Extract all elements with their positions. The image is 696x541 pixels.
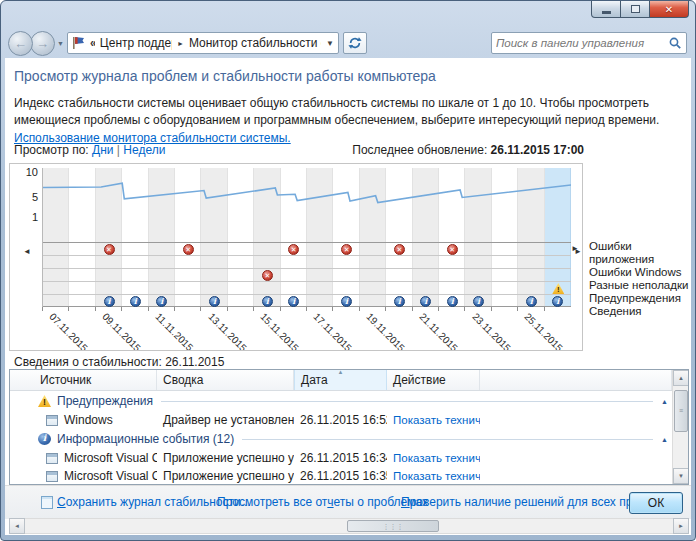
window: ✕ ← → ▼ « Центр поддержки ► Монитор стаб… bbox=[0, 0, 696, 541]
collapse-chevron-icon[interactable]: ▲ bbox=[661, 436, 668, 443]
cell-source: Microsoft Visual C++ 2012 x86 Ad... bbox=[64, 469, 157, 483]
refresh-button[interactable] bbox=[343, 32, 367, 54]
application-icon bbox=[46, 453, 58, 464]
error-event-icon[interactable]: ✕ bbox=[183, 244, 194, 255]
group-label: Предупреждения bbox=[57, 394, 153, 408]
table-vertical-scrollbar[interactable]: ▲ ≡ ▼ bbox=[672, 370, 688, 484]
forward-button[interactable]: → bbox=[30, 31, 55, 56]
info-event-icon[interactable]: i bbox=[394, 296, 405, 307]
cell-date: 26.11.2015 16:35 bbox=[294, 469, 387, 483]
show-technical-details-link[interactable]: Показать технич... bbox=[393, 470, 480, 482]
scrollbar-right-icon[interactable]: ► bbox=[673, 518, 689, 534]
error-event-icon[interactable]: ✕ bbox=[262, 270, 273, 281]
chart-plot[interactable]: ✕✕✕✕✕✕✕!iiiiiiiiiiiii bbox=[42, 168, 570, 307]
x-axis-date-label: 13.11.2015 bbox=[206, 311, 249, 351]
column-header-summary[interactable]: Сводка bbox=[157, 370, 294, 390]
collapse-chevron-icon[interactable]: ▲ bbox=[661, 398, 668, 405]
show-technical-details-link[interactable]: Показать технич... bbox=[393, 414, 480, 426]
group-header-row[interactable]: iИнформационные события (12)▲ bbox=[10, 429, 672, 449]
close-button[interactable]: ✕ bbox=[649, 1, 689, 18]
breadcrumb-separator-icon: ► bbox=[177, 40, 184, 47]
description: Индекс стабильности системы оценивает об… bbox=[14, 95, 677, 147]
table-header: Источник Сводка ▲Дата Действие bbox=[10, 370, 688, 391]
y-axis-label-10: 10 bbox=[12, 166, 38, 178]
breadcrumb-current[interactable]: Монитор стабильности системы bbox=[189, 36, 321, 50]
y-axis-label-1: 1 bbox=[12, 211, 38, 223]
address-dropdown-icon[interactable]: ▼ bbox=[326, 39, 334, 48]
stability-details-table: Источник Сводка ▲Дата Действие !Предупре… bbox=[9, 369, 689, 485]
legend-item: Разные неполадки bbox=[589, 279, 691, 292]
view-reports-link[interactable]: Просмотреть все отчеты о проблемах bbox=[217, 495, 428, 509]
show-technical-details-link[interactable]: Показать технич... bbox=[393, 452, 480, 464]
scrollbar-thumb[interactable]: ≡ bbox=[674, 390, 688, 432]
action-center-flag-icon bbox=[72, 36, 85, 50]
legend-item: Сведения bbox=[589, 305, 691, 318]
x-axis-date-label: 21.11.2015 bbox=[417, 311, 460, 351]
scrollbar-up-icon[interactable]: ▲ bbox=[673, 370, 689, 386]
x-axis-date-label: 23.11.2015 bbox=[470, 311, 513, 351]
group-header-row[interactable]: !Предупреждения▲ bbox=[10, 391, 672, 411]
error-event-icon[interactable]: ✕ bbox=[447, 244, 458, 255]
x-axis-ticks bbox=[42, 307, 570, 311]
info-event-icon[interactable]: i bbox=[262, 296, 273, 307]
x-axis-date-label: 19.11.2015 bbox=[364, 311, 407, 351]
footer-bar: Сохранить журнал стабильности... Просмот… bbox=[5, 485, 691, 519]
error-event-icon[interactable]: ✕ bbox=[394, 244, 405, 255]
y-axis-label-5: 5 bbox=[12, 191, 38, 203]
horizontal-scrollbar[interactable]: ◄ ⋮⋮⋮ ► bbox=[9, 518, 689, 534]
table-row[interactable]: Microsoft Visual C++ 2012 x86 Ad...Прило… bbox=[10, 467, 672, 485]
info-event-icon[interactable]: i bbox=[104, 296, 115, 307]
application-icon bbox=[46, 415, 58, 426]
scrollbar-left-icon[interactable]: ◄ bbox=[9, 518, 25, 534]
cell-date: 26.11.2015 16:34 bbox=[294, 451, 387, 465]
back-button[interactable]: ← bbox=[8, 31, 33, 56]
info-event-icon[interactable]: i bbox=[526, 296, 537, 307]
search-input[interactable] bbox=[496, 37, 668, 49]
search-icon[interactable] bbox=[668, 36, 682, 50]
scrollbar-down-icon[interactable]: ▼ bbox=[673, 468, 689, 484]
last-update-value: 26.11.2015 17:00 bbox=[491, 143, 584, 157]
horizontal-scrollbar-thumb[interactable]: ⋮⋮⋮ bbox=[347, 520, 439, 532]
column-header-date[interactable]: ▲Дата bbox=[294, 370, 387, 390]
last-update-label: Последнее обновление: bbox=[352, 143, 487, 157]
minimize-icon bbox=[602, 11, 611, 14]
x-axis-date-label: 11.11.2015 bbox=[153, 311, 195, 351]
page-title: Просмотр журнала проблем и стабильности … bbox=[14, 68, 436, 84]
maximize-button[interactable] bbox=[621, 1, 649, 18]
application-icon bbox=[46, 471, 58, 482]
view-by-label: Просмотр по: bbox=[14, 143, 89, 157]
breadcrumb-chevrons[interactable]: « bbox=[90, 36, 95, 50]
stability-chart[interactable]: 10 5 1 ✕✕✕✕✕✕✕!iiiiiiiiiiiii 07.11.20150… bbox=[9, 163, 583, 351]
column-header-source[interactable]: Источник bbox=[10, 370, 157, 390]
breadcrumb-root[interactable]: Центр поддержки bbox=[100, 36, 172, 50]
table-row[interactable]: WindowsДрайвер не установлен26.11.2015 1… bbox=[10, 411, 672, 429]
view-weeks-link[interactable]: Недели bbox=[123, 143, 165, 157]
error-event-icon[interactable]: ✕ bbox=[104, 244, 115, 255]
group-rule bbox=[161, 401, 653, 402]
legend-item: Предупреждения bbox=[589, 292, 691, 305]
minimize-button[interactable] bbox=[591, 1, 621, 18]
close-icon: ✕ bbox=[665, 4, 673, 15]
info-event-icon[interactable]: i bbox=[447, 296, 458, 307]
cell-summary: Приложение успешно установлено bbox=[157, 451, 294, 465]
warning-icon: ! bbox=[38, 395, 51, 407]
sort-ascending-icon: ▲ bbox=[338, 369, 344, 375]
title-bar[interactable]: ✕ bbox=[1, 1, 695, 29]
recent-pages-caret-icon[interactable]: ▼ bbox=[57, 40, 64, 47]
scroll-left-icon[interactable]: ◄ bbox=[23, 247, 31, 256]
info-event-icon[interactable]: i bbox=[130, 296, 141, 307]
ok-button[interactable]: ОК bbox=[629, 492, 683, 514]
legend-arrow-icon: ► bbox=[571, 244, 579, 253]
cell-source: Microsoft Visual C++ 2012 x86 Mi... bbox=[64, 451, 157, 465]
navigation-bar: ← → ▼ « Центр поддержки ► Монитор стабил… bbox=[1, 28, 695, 58]
cell-source: Windows bbox=[64, 413, 113, 427]
group-rule bbox=[242, 439, 653, 440]
column-header-action[interactable]: Действие bbox=[387, 370, 480, 390]
search-box[interactable] bbox=[491, 32, 687, 54]
view-days-link[interactable]: Дни bbox=[92, 143, 113, 157]
last-update: Последнее обновление: 26.11.2015 17:00 bbox=[352, 143, 584, 157]
table-row[interactable]: Microsoft Visual C++ 2012 x86 Mi...Прило… bbox=[10, 449, 672, 467]
view-row: Просмотр по: Дни | Недели Последнее обно… bbox=[14, 143, 682, 159]
x-axis-date-label: 17.11.2015 bbox=[311, 311, 354, 351]
breadcrumb[interactable]: « Центр поддержки ► Монитор стабильности… bbox=[67, 32, 339, 54]
